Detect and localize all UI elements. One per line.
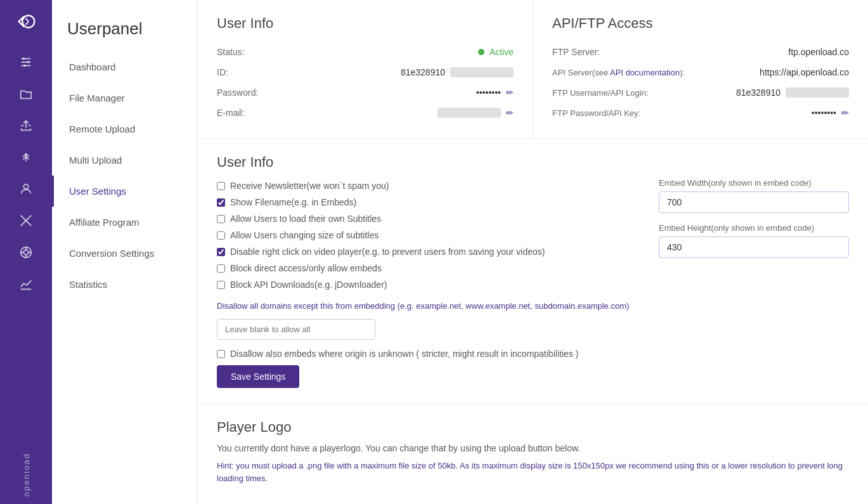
status-text: Active	[489, 47, 514, 57]
user-info-title: User Info	[217, 15, 514, 32]
top-info-section: User Info Status: Active ID: 81e328910 P…	[198, 0, 868, 139]
email-label: E-mail:	[217, 108, 268, 118]
sidebar-item-statistics[interactable]: Statistics	[52, 269, 197, 300]
checkbox-show-filename-input[interactable]	[217, 198, 225, 207]
logo-back[interactable]	[12, 8, 40, 36]
settings-right: Embed Width(only shown in embed code) Em…	[659, 154, 849, 388]
user-settings-icon[interactable]	[12, 175, 40, 203]
sidebar-nav	[12, 48, 40, 445]
svg-point-6	[23, 65, 26, 67]
checkbox-block-direct: Block direct access/only allow embeds	[217, 263, 633, 273]
email-row: E-mail: ✏	[217, 103, 514, 123]
checkbox-block-api-input[interactable]	[217, 281, 225, 289]
password-row: Password: •••••••• ✏	[217, 82, 514, 103]
embed-width-input[interactable]	[659, 191, 849, 213]
sidebar-item-affiliate-program[interactable]: Affiliate Program	[52, 207, 197, 238]
checkbox-allow-subtitles: Allow Users to load their own Subtitles	[217, 214, 633, 224]
sidebar-item-remote-upload[interactable]: Remote Upload	[52, 113, 197, 145]
id-number: 81e328910	[401, 67, 445, 77]
main-content: User Info Status: Active ID: 81e328910 P…	[198, 0, 868, 504]
checkbox-block-direct-label: Block direct access/only allow embeds	[230, 263, 382, 273]
ftp-password-dots: ••••••••	[812, 108, 836, 118]
player-logo-title: Player Logo	[217, 419, 849, 436]
checkbox-subtitle-size-label: Allow Users changing size of subtitles	[230, 230, 379, 240]
embed-height-input[interactable]	[659, 236, 849, 258]
checkbox-block-api-label: Block API Downloads(e.g. jDownloader)	[230, 280, 387, 290]
checkbox-show-filename: Show Filename(e.g. in Embeds)	[217, 197, 633, 207]
checkbox-block-direct-input[interactable]	[217, 264, 225, 273]
status-row: Status: Active	[217, 42, 514, 62]
multi-upload-icon[interactable]	[12, 143, 40, 171]
ftp-server-value: ftp.openload.co	[603, 47, 849, 57]
checkbox-block-api: Block API Downloads(e.g. jDownloader)	[217, 280, 633, 290]
statistics-icon[interactable]	[12, 270, 40, 298]
player-logo-section: Player Logo You currently dont have a pl…	[198, 404, 868, 501]
ftp-password-edit-icon[interactable]: ✏	[841, 108, 849, 118]
checkbox-disallow-unknown: Disallow also embeds where origin is unk…	[217, 349, 633, 359]
embed-width-label: Embed Width(only shown in embed code)	[659, 178, 849, 188]
ftp-password-row: FTP Password/API Key: •••••••• ✏	[552, 103, 849, 123]
password-edit-icon[interactable]: ✏	[506, 87, 514, 98]
sidebar-item-multi-upload[interactable]: Multi Upload	[52, 145, 197, 176]
folder-icon[interactable]	[12, 80, 40, 108]
save-settings-button[interactable]: Save Settings	[217, 365, 299, 388]
password-value: •••••••• ✏	[268, 87, 514, 98]
checkbox-disallow-unknown-label: Disallow also embeds where origin is unk…	[230, 349, 578, 359]
checkbox-disable-rightclick-input[interactable]	[217, 248, 225, 256]
api-documentation-link[interactable]: API documentation	[610, 68, 680, 77]
sidebar-item-conversion-settings[interactable]: Conversion Settings	[52, 238, 197, 269]
embed-width-group: Embed Width(only shown in embed code) Em…	[659, 178, 849, 268]
checkbox-allow-subtitles-label: Allow Users to load their own Subtitles	[230, 214, 381, 224]
svg-point-15	[23, 250, 28, 254]
api-server-label: API Server(see API documentation):	[552, 68, 685, 77]
sliders-icon[interactable]	[12, 48, 40, 76]
api-ftp-title: API/FTP Access	[552, 15, 849, 32]
id-value: 81e328910	[268, 67, 514, 77]
checkbox-allow-subtitles-input[interactable]	[217, 215, 225, 223]
ftp-username-blurred	[786, 87, 849, 98]
ftp-password-label: FTP Password/API Key:	[552, 108, 679, 118]
checkbox-newsletter-label: Receive Newsletter(we won`t spam you)	[230, 181, 389, 191]
ftp-server-row: FTP Server: ftp.openload.co	[552, 42, 849, 62]
status-label: Status:	[217, 47, 268, 57]
ftp-server-label: FTP Server:	[552, 47, 603, 57]
password-dots: ••••••••	[476, 87, 501, 98]
user-info-top: User Info Status: Active ID: 81e328910 P…	[198, 0, 533, 138]
ftp-username-value: 81e328910	[679, 87, 849, 98]
player-logo-description: You currently dont have a playerlogo. Yo…	[217, 443, 849, 453]
sidebar-item-file-manager[interactable]: File Manager	[52, 82, 197, 113]
password-label: Password:	[217, 87, 268, 98]
remote-upload-icon[interactable]	[12, 112, 40, 139]
checkbox-disallow-unknown-input[interactable]	[217, 350, 225, 358]
ftp-username-row: FTP Username/API Login: 81e328910	[552, 82, 849, 103]
email-edit-icon[interactable]: ✏	[506, 108, 514, 118]
sidebar-item-user-settings[interactable]: User Settings	[52, 176, 197, 207]
sidebar-item-dashboard[interactable]: Dashboard	[52, 51, 197, 82]
checkbox-newsletter-input[interactable]	[217, 182, 225, 190]
player-logo-hint: Hint: you must upload a .png file with a…	[217, 460, 849, 486]
svg-point-4	[23, 58, 25, 60]
checkbox-disable-rightclick: Disable right click on video player(e.g.…	[217, 247, 633, 257]
email-value: ✏	[268, 108, 514, 118]
ftp-username-text: 81e328910	[736, 87, 781, 98]
checkbox-show-filename-label: Show Filename(e.g. in Embeds)	[230, 197, 356, 207]
email-blurred	[437, 108, 501, 118]
embed-height-label: Embed Height(only shown in embed code)	[659, 223, 849, 233]
api-server-value: https://api.openload.co	[685, 67, 849, 77]
checkbox-subtitle-size: Allow Users changing size of subtitles	[217, 230, 633, 240]
status-value: Active	[268, 47, 514, 57]
id-label: ID:	[217, 67, 268, 77]
api-ftp-section: API/FTP Access FTP Server: ftp.openload.…	[533, 0, 868, 138]
affiliate-icon[interactable]	[12, 207, 40, 235]
svg-point-11	[23, 184, 28, 189]
left-panel: Userpanel Dashboard File Manager Remote …	[52, 0, 198, 504]
checkbox-subtitle-size-input[interactable]	[217, 231, 225, 240]
domain-input[interactable]	[217, 319, 375, 340]
sidebar: openload	[0, 0, 52, 504]
settings-section: User Info Receive Newsletter(we won`t sp…	[198, 139, 868, 404]
status-indicator	[478, 49, 484, 55]
conversion-icon[interactable]	[12, 238, 40, 266]
id-blurred	[450, 67, 514, 77]
settings-left: User Info Receive Newsletter(we won`t sp…	[217, 154, 633, 388]
domain-section: Disallow all domains except this from em…	[217, 300, 633, 388]
